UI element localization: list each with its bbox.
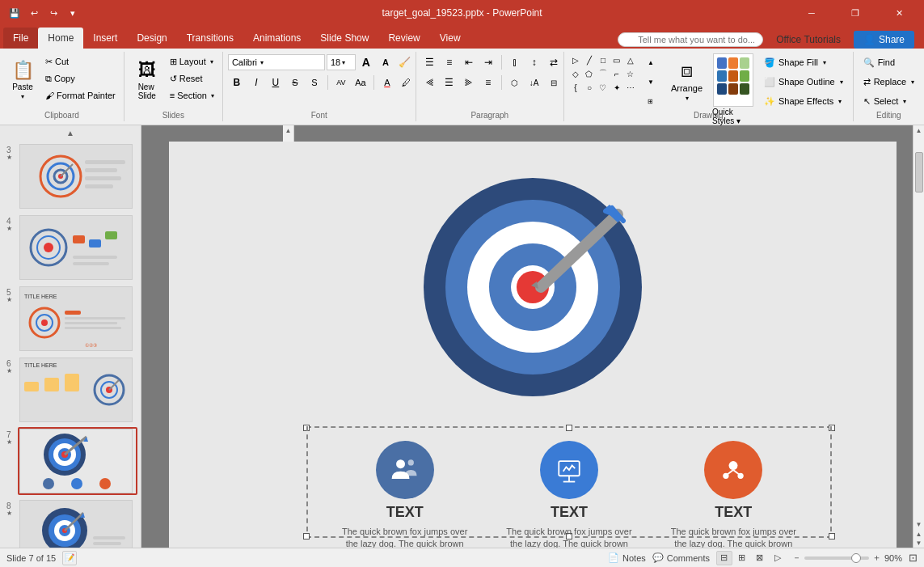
shape-penta-icon[interactable]: ⬠ [583, 67, 596, 80]
outline-view-btn[interactable]: ⊞ [734, 551, 750, 565]
notes-button[interactable]: 📄 Notes [608, 552, 646, 563]
close-button[interactable]: ✕ [880, 0, 918, 26]
justify-button[interactable]: ≡ [479, 74, 497, 91]
text-direction-button[interactable]: ↓A [525, 74, 543, 91]
undo-button[interactable]: ↩ [26, 5, 42, 21]
customize-button[interactable]: ▾ [65, 5, 81, 21]
shape-rect-icon[interactable]: □ [597, 53, 610, 66]
right-scroll-down-btn[interactable]: ▼ [914, 519, 924, 530]
char-spacing-button[interactable]: AV [332, 74, 350, 91]
slide-thumb-6[interactable]: 6 ★ TITLE HERE [18, 356, 137, 424]
cut-button[interactable]: ✂ Cut [42, 53, 119, 70]
bold-button[interactable]: B [228, 74, 246, 91]
align-center-button[interactable]: ☰ [441, 74, 458, 91]
tab-slideshow[interactable]: Slide Show [310, 28, 378, 49]
zoom-out-button[interactable]: － [792, 552, 801, 564]
tab-design[interactable]: Design [127, 28, 176, 49]
zoom-slider[interactable] [804, 556, 869, 560]
shapes-scroll-up[interactable]: ▲ [642, 53, 660, 71]
right-scroll-next[interactable]: ▼ [915, 539, 923, 548]
copy-button[interactable]: ⧉ Copy [42, 70, 119, 87]
slide-thumb-8[interactable]: 8 ★ [18, 498, 137, 548]
font-size-selector[interactable]: 18 ▾ [327, 54, 356, 70]
shape-star-icon[interactable]: ☆ [624, 67, 637, 80]
shape-effects-button[interactable]: ✨ Shape Effects ▾ [759, 92, 848, 110]
help-input[interactable] [618, 32, 763, 47]
font-color-button[interactable]: A [378, 74, 396, 91]
share-button[interactable]: 👤 Share [854, 31, 914, 49]
paste-button[interactable]: 📋 Paste ▾ [5, 53, 40, 107]
right-scroll-thumb[interactable] [915, 152, 923, 193]
shape-arrow-icon[interactable]: ▷ [569, 53, 582, 66]
layout-button[interactable]: ⊞ Layout ▾ [167, 53, 217, 70]
decrease-indent-button[interactable]: ⇤ [460, 53, 478, 71]
sel-handle-tm[interactable] [566, 425, 572, 431]
tab-review[interactable]: Review [378, 28, 429, 49]
quick-styles-button[interactable] [713, 53, 753, 107]
align-left-button[interactable]: ⫷ [421, 74, 439, 91]
text-shadow-button[interactable]: S [306, 74, 323, 91]
tab-view[interactable]: View [430, 28, 470, 49]
right-scroll-prev[interactable]: ▲ [915, 530, 923, 539]
save-button[interactable]: 💾 [6, 5, 23, 21]
right-scroll-up-btn[interactable]: ▲ [914, 125, 924, 136]
redo-button[interactable]: ↪ [45, 5, 61, 21]
notes-popup-button[interactable]: 📝 [62, 551, 77, 565]
comments-button[interactable]: 💬 Comments [652, 552, 710, 563]
fit-slide-button[interactable]: ⊡ [909, 552, 918, 564]
align-right-button[interactable]: ⫸ [460, 74, 478, 91]
office-tutorials-link[interactable]: Office Tutorials [770, 31, 847, 49]
slide-thumb-3[interactable]: 3 ★ [18, 142, 137, 210]
bullet-list-button[interactable]: ☰ [421, 53, 439, 71]
tab-home[interactable]: Home [38, 28, 83, 49]
right-scrollbar[interactable]: ▲ ▼ ▲ ▼ [913, 125, 924, 548]
shapes-scroll-down[interactable]: ▼ [642, 73, 660, 91]
tab-transitions[interactable]: Transitions [177, 28, 243, 49]
shape-circle-icon[interactable]: ○ [583, 81, 596, 94]
section-button[interactable]: ≡ Section ▾ [167, 87, 217, 104]
reading-view-btn[interactable]: ⊠ [752, 551, 768, 565]
slideshow-view-btn[interactable]: ▷ [770, 551, 786, 565]
slide-panel[interactable]: ▲ 3 ★ 4 [0, 125, 141, 548]
shape-triangle-icon[interactable]: △ [624, 53, 637, 66]
slide-thumb-4[interactable]: 4 ★ [18, 214, 137, 281]
columns-button[interactable]: ⫿ [506, 53, 524, 71]
strikethrough-button[interactable]: S [286, 74, 304, 91]
shapes-expand[interactable]: ⊞ [642, 92, 660, 110]
arrange-button[interactable]: ⧈ Arrange ▾ [665, 53, 709, 107]
left-scroll-up-btn[interactable]: ▲ [284, 125, 293, 136]
change-case-button[interactable]: Aa [352, 74, 369, 91]
font-name-selector[interactable]: Calibri ▾ [228, 54, 325, 70]
shape-diamond-icon[interactable]: ◇ [569, 67, 582, 80]
zoom-in-button[interactable]: ＋ [872, 552, 881, 564]
numbered-list-button[interactable]: ≡ [441, 53, 458, 71]
line-spacing-button[interactable]: ↕ [525, 53, 543, 71]
shape-more-icon[interactable]: ⋯ [624, 81, 637, 94]
increase-font-button[interactable]: A [357, 53, 375, 71]
text-align-button[interactable]: ⊟ [545, 74, 563, 91]
zoom-thumb[interactable] [851, 553, 861, 563]
highlight-button[interactable]: 🖊 [398, 74, 416, 91]
normal-view-btn[interactable]: ⊟ [716, 551, 732, 565]
clear-format-button[interactable]: 🧹 [396, 53, 414, 71]
italic-button[interactable]: I [247, 74, 265, 91]
minimize-button[interactable]: ─ [793, 0, 830, 26]
underline-button[interactable]: U [267, 74, 285, 91]
slide-canvas[interactable]: TEXT The quick brown fox jumps over the … [169, 142, 897, 548]
shape-fill-button[interactable]: 🪣 Shape Fill ▾ [759, 53, 848, 71]
shape-line-icon[interactable]: ╱ [583, 53, 596, 66]
select-button[interactable]: ↖ Select ▾ [859, 92, 912, 110]
find-button[interactable]: 🔍 Find [859, 53, 900, 71]
shape-brace-icon[interactable]: { [569, 81, 582, 94]
direction-button[interactable]: ⇄ [545, 53, 563, 71]
reset-button[interactable]: ↺ Reset [167, 70, 217, 87]
shape-outline-button[interactable]: ⬜ Shape Outline ▾ [759, 73, 848, 91]
shape-curve-icon[interactable]: ⌒ [597, 67, 610, 80]
new-slide-button[interactable]: 🖼 NewSlide [129, 53, 165, 107]
paste-dropdown[interactable]: ▾ [21, 93, 24, 100]
slide-thumb-7[interactable]: 7 ★ [18, 427, 137, 495]
tab-file[interactable]: File [3, 28, 38, 49]
tab-animations[interactable]: Animations [243, 28, 310, 49]
shape-heart-icon[interactable]: ♡ [597, 81, 610, 94]
slide-thumb-5[interactable]: 5 ★ TITLE HERE ①②③ [18, 285, 137, 353]
